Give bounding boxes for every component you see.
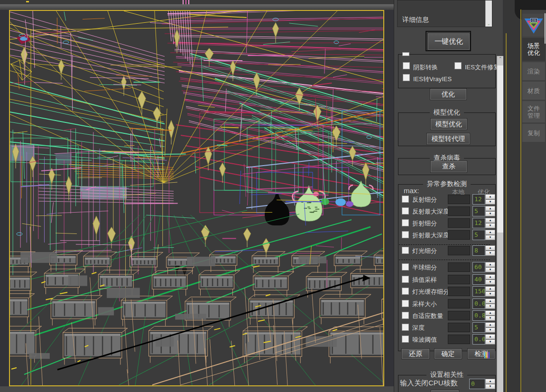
param-checkbox-10[interactable]: [402, 324, 409, 331]
optimize-button[interactable]: 优化: [430, 89, 466, 100]
param-spinner-10[interactable]: ▲▼: [485, 322, 495, 333]
shadow-convert-checkbox[interactable]: [403, 62, 410, 69]
param-checkbox-3[interactable]: [402, 231, 409, 238]
param-local-field-5[interactable]: [448, 262, 470, 272]
toolbar-tab-4[interactable]: 复制: [522, 124, 545, 142]
spinner-down-icon[interactable]: ▼: [485, 327, 495, 333]
param-spinner-1[interactable]: ▲▼: [485, 206, 495, 216]
one-key-optimize-button[interactable]: 一键优化: [428, 33, 470, 50]
spinner-up-icon[interactable]: ▲: [485, 274, 495, 280]
spinner-down-icon[interactable]: ▼: [485, 304, 495, 309]
param-opt-field-2[interactable]: 12: [472, 218, 485, 228]
param-spinner-4[interactable]: ▲▼: [485, 245, 495, 256]
confirm-button[interactable]: 确定: [435, 349, 462, 359]
param-opt-field-9[interactable]: 0.8: [472, 310, 485, 321]
plugin-logo[interactable]: CG: [522, 14, 545, 37]
toolbar-tab-1[interactable]: 渲染: [522, 62, 545, 80]
spinner-up-icon[interactable]: ▲: [485, 286, 495, 291]
param-local-field-2[interactable]: [448, 218, 470, 228]
spinner-down-icon[interactable]: ▼: [485, 291, 495, 297]
spinner-down-icon[interactable]: ▼: [485, 199, 495, 205]
restore-button[interactable]: 还原: [402, 349, 429, 359]
param-opt-field-0[interactable]: 12: [472, 194, 485, 205]
param-checkbox-5[interactable]: [402, 263, 409, 271]
param-checkbox-6[interactable]: [402, 276, 409, 283]
param-local-field-1[interactable]: [448, 206, 470, 216]
detect-button[interactable]: 检测: [468, 349, 495, 359]
param-spinner-0[interactable]: ▲▼: [485, 194, 495, 205]
spinner-down-icon[interactable]: ▼: [485, 211, 495, 216]
chevron-down-icon[interactable]: ⌄: [487, 21, 490, 26]
param-local-field-8[interactable]: [448, 299, 470, 308]
param-checkbox-1[interactable]: [402, 207, 409, 215]
param-local-field-7[interactable]: [448, 287, 470, 296]
param-spinner-11[interactable]: ▲▼: [485, 334, 495, 345]
spinner-up-icon[interactable]: ▲: [485, 310, 495, 316]
spinner-down-icon[interactable]: ▼: [485, 339, 495, 345]
param-opt-field-4[interactable]: 8: [472, 245, 485, 256]
spinner-down-icon[interactable]: ▼: [485, 280, 495, 285]
param-local-field-9[interactable]: [448, 311, 470, 320]
param-spinner-6[interactable]: ▲▼: [485, 274, 495, 285]
toolbar-tab-3[interactable]: 文件管理: [522, 101, 545, 122]
cpu-cores-spinner[interactable]: ▲ ▼: [485, 379, 495, 389]
toolbar-tab-2[interactable]: 材质: [522, 82, 545, 100]
param-opt-field-3[interactable]: 5: [472, 230, 485, 240]
main-3d-viewport[interactable]: [9, 10, 384, 386]
param-local-field-11[interactable]: [448, 335, 470, 344]
param-opt-field-5[interactable]: 60: [472, 262, 485, 272]
param-opt-field-8[interactable]: 0.01: [472, 299, 485, 309]
param-checkbox-9[interactable]: [402, 312, 409, 319]
ies-repair-checkbox[interactable]: [454, 62, 462, 69]
toolbar-tab-0[interactable]: 场景优化: [522, 38, 545, 61]
clipped-bottom-button[interactable]: [431, 390, 459, 392]
spinner-up-icon[interactable]: ▲: [485, 334, 495, 339]
spinner-down-icon[interactable]: ▼: [485, 267, 495, 272]
spinner-down-icon[interactable]: ▼: [485, 223, 495, 228]
panel-scrollbar-thumb[interactable]: [497, 65, 504, 233]
spinner-up-icon[interactable]: ▲: [485, 262, 495, 267]
spinner-up-icon[interactable]: ▲: [485, 230, 495, 235]
param-local-field-3[interactable]: [448, 230, 470, 240]
param-local-field-4[interactable]: [448, 246, 470, 255]
param-opt-field-10[interactable]: 5: [472, 322, 485, 333]
spinner-up-icon[interactable]: ▲: [485, 299, 495, 304]
cpu-cores-field[interactable]: 0: [469, 379, 485, 389]
param-spinner-8[interactable]: ▲▼: [485, 299, 495, 309]
clipped-checkbox[interactable]: [402, 52, 409, 56]
spinner-up-icon[interactable]: ▲: [485, 379, 495, 384]
spinner-down-icon[interactable]: ▼: [485, 235, 495, 240]
spinner-up-icon[interactable]: ▲: [485, 322, 495, 327]
param-checkbox-11[interactable]: [402, 336, 409, 343]
param-checkbox-8[interactable]: [402, 300, 409, 307]
model-to-proxy-button[interactable]: 模型转代理: [427, 133, 470, 144]
param-checkbox-4[interactable]: [402, 247, 409, 254]
panel-scrollbar[interactable]: ⌃: [497, 56, 503, 392]
viewport-divider-bar[interactable]: [0, 4, 394, 10]
ies-to-vray-checkbox[interactable]: [403, 74, 410, 81]
param-opt-field-6[interactable]: 40: [472, 274, 485, 285]
param-spinner-7[interactable]: ▲▼: [485, 286, 495, 297]
param-spinner-3[interactable]: ▲▼: [485, 230, 495, 240]
spinner-up-icon[interactable]: ▲: [485, 194, 495, 199]
param-local-field-0[interactable]: [448, 195, 470, 204]
spinner-down-icon[interactable]: ▼: [485, 251, 495, 256]
param-opt-field-7[interactable]: 1500: [472, 286, 485, 297]
info-scrollbar[interactable]: ⌄: [485, 0, 492, 27]
param-local-field-10[interactable]: [448, 323, 470, 332]
spinner-up-icon[interactable]: ▲: [485, 218, 495, 223]
param-opt-field-11[interactable]: 0.005: [472, 334, 485, 345]
param-checkbox-7[interactable]: [402, 288, 409, 295]
spinner-down-icon[interactable]: ▼: [485, 384, 495, 389]
spinner-up-icon[interactable]: ▲: [485, 245, 495, 251]
param-opt-field-1[interactable]: 5: [472, 206, 485, 216]
spinner-down-icon[interactable]: ▼: [485, 316, 495, 321]
param-spinner-9[interactable]: ▲▼: [485, 310, 495, 321]
param-spinner-5[interactable]: ▲▼: [485, 262, 495, 272]
param-checkbox-2[interactable]: [402, 219, 409, 226]
chevron-up-icon[interactable]: ⌃: [499, 56, 502, 61]
param-local-field-6[interactable]: [448, 275, 470, 284]
virus-scan-button[interactable]: 查杀: [431, 161, 467, 172]
model-optimize-button[interactable]: 模型优化: [431, 119, 467, 130]
spinner-up-icon[interactable]: ▲: [485, 206, 495, 211]
